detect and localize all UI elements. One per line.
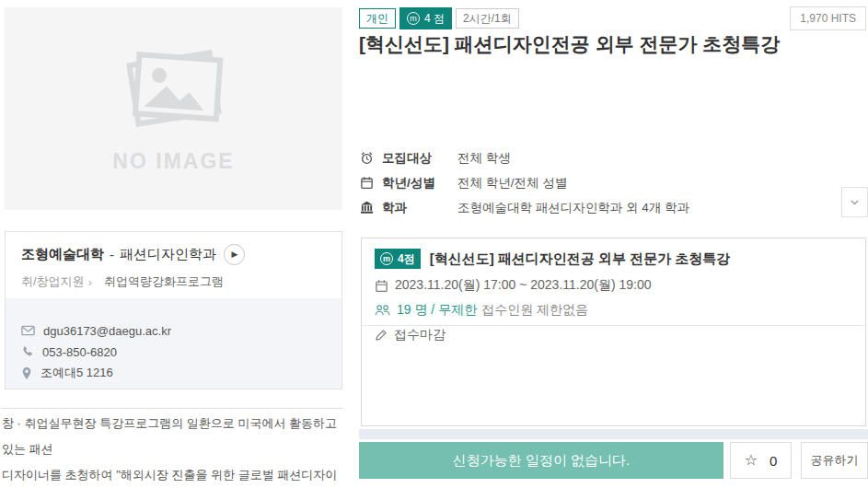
schedule-card: m 4점 [혁신선도] 패션디자인전공 외부 전문가 초청특강 2023.11.… [361, 238, 866, 426]
organizer-header: 조형예술대학 - 패션디자인학과 ▶ 취/창업지원 › 취업역량강화프로그램 [6, 232, 341, 285]
no-image-label: NO IMAGE [112, 149, 234, 174]
organizer-card: 조형예술대학 - 패션디자인학과 ▶ 취/창업지원 › 취업역량강화프로그램 d… [5, 231, 342, 389]
breadcrumb-program[interactable]: 취업역량강화프로그램 [104, 273, 224, 290]
info-value: 조형예술대학 패션디자인학과 외 4개 학과 [457, 200, 689, 216]
college-name: 조형예술대학 [21, 246, 104, 263]
contact-email-row: dgu36173@daegu.ac.kr [21, 320, 326, 341]
info-value: 전체 학년/전체 성별 [457, 175, 567, 192]
info-row-department: 학과 조형예술대학 패션디자인학과 외 4개 학과 [360, 195, 839, 220]
divider [2, 408, 342, 409]
info-label: 학과 [382, 200, 454, 216]
contact-location-row: 조예대5 1216 [21, 363, 326, 383]
organizer-email[interactable]: dgu36173@daegu.ac.kr [43, 324, 171, 338]
people-icon [375, 304, 390, 317]
no-schedule-button[interactable]: 신청가능한 일정이 없습니다. [359, 442, 723, 479]
schedule-header: m 4점 [혁신선도] 패션디자인전공 외부 전문가 초청특강 [375, 249, 852, 269]
program-description: 창 · 취업실무현장 특강프로그램의 일환으로 미국에서 활동하고 있는 패션 … [2, 411, 342, 488]
breadcrumb-category[interactable]: 취/창업지원 [21, 273, 85, 290]
contact-section: dgu36173@daegu.ac.kr 053-850-6820 조예대5 1… [6, 298, 341, 389]
section-strip [359, 429, 868, 439]
schedule-score-badge: m 4점 [375, 249, 421, 269]
badge-duration: 2시간/1회 [456, 8, 519, 29]
schedule-score-label: 4점 [398, 253, 415, 264]
organizer-phone[interactable]: 053-850-6820 [42, 345, 117, 359]
info-label: 모집대상 [382, 150, 454, 167]
schedule-datetime-row: 2023.11.20(월) 17:00 ~ 2023.11.20(월) 19:0… [375, 277, 852, 294]
contact-phone-row: 053-850-6820 [21, 342, 326, 362]
organizer-location: 조예대5 1216 [41, 365, 113, 381]
pen-icon [375, 329, 388, 342]
alarm-clock-icon [360, 151, 374, 165]
schedule-status: 접수마감 [394, 327, 446, 343]
description-line: 디자이너를 초청하여 "해외시장 진출을 위한 글로벌 패션디자이너 전략" … [2, 462, 342, 488]
divider [362, 325, 865, 326]
separator: - [110, 247, 114, 262]
mileage-icon: m [407, 12, 420, 25]
calendar-icon [375, 279, 388, 293]
info-value: 전체 학생 [457, 150, 511, 167]
schedule-status-row: 접수마감 [375, 327, 852, 343]
location-pin-icon [21, 366, 32, 380]
info-label: 학년/성별 [382, 175, 454, 192]
envelope-icon [21, 325, 35, 336]
badge-score-label: 4 점 [424, 13, 445, 24]
play-icon: ▶ [232, 250, 238, 259]
badge-row: 개인 m 4 점 2시간/1회 [359, 7, 519, 29]
favorite-count: 0 [770, 453, 777, 469]
bank-icon [360, 201, 374, 215]
page-title: [혁신선도] 패션디자인전공 외부 전문가 초청특강 [359, 31, 861, 57]
share-button[interactable]: 공유하기 [801, 442, 868, 479]
chevron-down-icon [851, 200, 859, 205]
description-line: 창 · 취업실무현장 특강프로그램의 일환으로 미국에서 활동하고 있는 패션 [2, 411, 342, 462]
mileage-icon: m [380, 252, 393, 265]
hits-counter: 1,970 HITS [790, 6, 866, 30]
info-row-target: 모집대상 전체 학생 [360, 145, 839, 170]
schedule-title: [혁신선도] 패션디자인전공 외부 전문가 초청특강 [430, 250, 731, 268]
schedule-datetime: 2023.11.20(월) 17:00 ~ 2023.11.20(월) 19:0… [395, 277, 652, 294]
favorite-button[interactable]: ☆ 0 [730, 442, 792, 479]
breadcrumb-arrow-icon: › [88, 275, 92, 289]
phone-icon [21, 345, 34, 358]
calendar-icon [360, 176, 374, 190]
star-icon: ☆ [745, 453, 758, 468]
badge-personal: 개인 [359, 8, 396, 29]
capacity-value: 19 명 / 무제한 [397, 302, 477, 319]
department-name: 패션디자인학과 [120, 246, 216, 263]
no-image-placeholder: NO IMAGE [5, 7, 342, 210]
badge-score: m 4 점 [399, 7, 452, 29]
schedule-capacity-row: 19 명 / 무제한 접수인원 제한없음 [375, 302, 852, 319]
department-expand-button[interactable] [841, 187, 868, 217]
capacity-note: 접수인원 제한없음 [481, 302, 588, 319]
photo-stack-icon [115, 44, 233, 133]
event-info-list: 모집대상 전체 학생 학년/성별 전체 학년/전체 성별 [360, 145, 839, 220]
info-row-grade-gender: 학년/성별 전체 학년/전체 성별 [360, 170, 839, 195]
event-detail-page: NO IMAGE 조형예술대학 - 패션디자인학과 ▶ 취/창업지원 › 취업역… [0, 0, 868, 488]
play-button[interactable]: ▶ [224, 244, 245, 265]
